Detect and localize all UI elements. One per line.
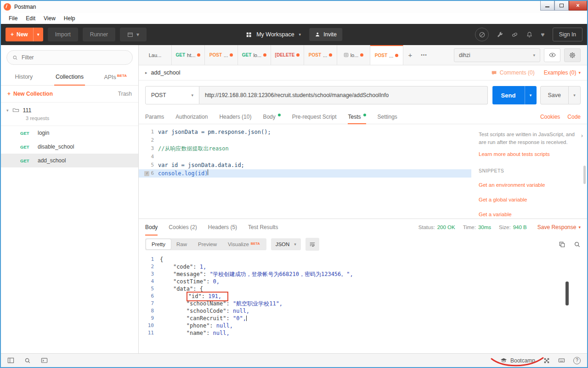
request-tab[interactable]: [DELETE — [271, 45, 304, 65]
send-button[interactable]: Send — [492, 86, 525, 104]
trash-button[interactable]: Trash — [118, 91, 132, 97]
menu-help[interactable]: Help — [60, 15, 79, 22]
toggle-sidebar-icon[interactable] — [7, 357, 14, 364]
request-list-item[interactable]: GET disable_school — [1, 140, 138, 154]
cookies-link[interactable]: Cookies — [540, 114, 560, 120]
import-button[interactable]: Import — [48, 28, 78, 41]
scrollbar-thumb[interactable] — [565, 282, 569, 305]
method-select[interactable]: POST ▾ — [145, 86, 199, 104]
snippet-link[interactable]: Get a global variable — [479, 196, 580, 204]
collection-item[interactable]: ▾ 111 3 requests — [1, 103, 138, 126]
tab-pre-request-script[interactable]: Pre-request Script — [292, 110, 337, 124]
tab-method: POST — [375, 53, 387, 58]
search-icon[interactable] — [574, 241, 581, 248]
response-body-viewer[interactable]: 1{ 2 "code": 1, 3 "message": "学校创建成功，登录帐… — [139, 253, 587, 353]
open-new-window-button[interactable]: ▾ — [120, 28, 147, 41]
runner-button[interactable]: Runner — [83, 28, 115, 41]
save-response-button[interactable]: Save Response▾ — [537, 224, 581, 230]
chevron-down-icon: ▾ — [299, 32, 301, 37]
response-tab-headers[interactable]: Headers (5) — [208, 219, 237, 236]
scrollbar-thumb[interactable] — [583, 166, 586, 184]
environment-select[interactable]: dihzi ▾ — [454, 48, 540, 62]
sidebar-tab-history[interactable]: History — [1, 70, 47, 85]
tab-params[interactable]: Params — [145, 110, 164, 124]
heart-icon[interactable]: ♥ — [541, 31, 544, 38]
bell-icon[interactable] — [526, 31, 533, 38]
sidebar-tab-collections[interactable]: Collections — [47, 70, 93, 85]
url-input[interactable] — [199, 86, 488, 104]
maximize-button[interactable] — [554, 1, 569, 11]
request-tab[interactable]: GETht... — [172, 45, 205, 65]
request-list-item[interactable]: GET login — [1, 126, 138, 140]
learn-more-link[interactable]: Learn more about tests scripts — [479, 150, 580, 158]
tab-options-button[interactable]: ••• — [417, 45, 431, 65]
help-button[interactable]: ? — [573, 357, 581, 364]
tab-headers[interactable]: Headers (10) — [219, 110, 251, 124]
request-tab[interactable]: Lau... — [139, 45, 172, 65]
filter-input[interactable] — [22, 54, 127, 61]
chevron-right-icon[interactable]: ▸ — [145, 70, 147, 75]
sidebar-tab-apis[interactable]: APIsBETA — [92, 70, 138, 85]
find-icon[interactable] — [24, 357, 31, 364]
tab-tests-active[interactable]: Tests — [348, 110, 366, 124]
save-options-button[interactable]: ▾ — [568, 86, 580, 104]
pill-icon[interactable] — [511, 31, 518, 38]
new-dropdown-button[interactable]: ▾ — [33, 28, 43, 41]
tests-script-editor[interactable]: 1var jsonData = pm.response.json(); 2 3/… — [139, 124, 471, 218]
snippet-link[interactable]: Get a variable — [479, 211, 580, 218]
menu-file[interactable]: File — [5, 15, 22, 22]
response-tab-body[interactable]: Body — [145, 219, 158, 236]
view-preview[interactable]: Preview — [192, 239, 222, 249]
request-tab[interactable]: lo... — [337, 45, 370, 65]
save-button[interactable]: Save — [541, 86, 569, 104]
view-pretty[interactable]: Pretty — [146, 239, 171, 249]
bootcamp-button[interactable]: Bootcamp — [500, 357, 535, 364]
shortcuts-icon[interactable] — [558, 357, 565, 364]
environment-preview-button[interactable] — [544, 48, 560, 62]
minimize-button[interactable] — [540, 1, 554, 11]
send-button-group: Send ▾ — [492, 86, 537, 104]
examples-button[interactable]: Examples (0) ▾ — [544, 69, 581, 76]
new-button[interactable]: +New ▾ — [6, 28, 43, 41]
collapse-panel-icon[interactable]: › — [581, 132, 583, 140]
tab-authorization[interactable]: Authorization — [175, 110, 208, 124]
copy-icon[interactable] — [559, 241, 565, 248]
wrap-lines-button[interactable] — [305, 238, 319, 251]
tab-body[interactable]: Body — [263, 110, 280, 124]
time-value: 30ms — [478, 224, 491, 230]
environment-settings-button[interactable] — [564, 48, 581, 62]
green-dot-icon — [278, 114, 281, 116]
chevron-down-icon[interactable]: ▾ — [6, 108, 9, 113]
tab-label: APIs — [104, 74, 116, 80]
connection-status-button[interactable] — [475, 28, 489, 41]
request-name: login — [38, 130, 49, 136]
send-options-button[interactable]: ▾ — [525, 86, 537, 104]
new-tab-button[interactable]: + — [403, 45, 417, 65]
wrench-icon[interactable] — [497, 31, 503, 38]
menu-view[interactable]: View — [40, 15, 60, 22]
workspace-switcher[interactable]: My Workspace ▾ Invite — [246, 28, 342, 41]
tab-settings[interactable]: Settings — [378, 110, 397, 124]
snippet-link[interactable]: Get an environment variable — [479, 181, 580, 189]
new-collection-button[interactable]: +New Collection — [7, 91, 53, 97]
request-tab-active[interactable]: POST... — [370, 45, 403, 65]
request-tab[interactable]: POST... — [205, 45, 238, 65]
view-visualize[interactable]: VisualizeBETA — [222, 239, 266, 249]
comments-button[interactable]: Comments (0) — [491, 69, 535, 76]
request-tab[interactable]: POST... — [304, 45, 337, 65]
sign-in-button[interactable]: Sign In — [553, 28, 582, 41]
filter-search-box — [6, 50, 133, 65]
console-icon[interactable] — [41, 357, 48, 364]
invite-button[interactable]: Invite — [309, 28, 342, 41]
request-list-item-selected[interactable]: GET add_school — [1, 154, 138, 167]
response-tab-cookies[interactable]: Cookies (2) — [169, 219, 197, 236]
format-select[interactable]: JSON ▾ — [271, 238, 301, 250]
request-tab[interactable]: GETlo... — [238, 45, 271, 65]
view-raw[interactable]: Raw — [171, 239, 192, 249]
response-tab-test-results[interactable]: Test Results — [248, 219, 278, 236]
url-builder: POST ▾ Send ▾ Save ▾ — [139, 80, 587, 110]
close-button[interactable]: × — [569, 1, 587, 11]
menu-edit[interactable]: Edit — [22, 15, 40, 22]
build-grid-icon[interactable] — [543, 357, 550, 364]
code-link[interactable]: Code — [567, 114, 581, 120]
